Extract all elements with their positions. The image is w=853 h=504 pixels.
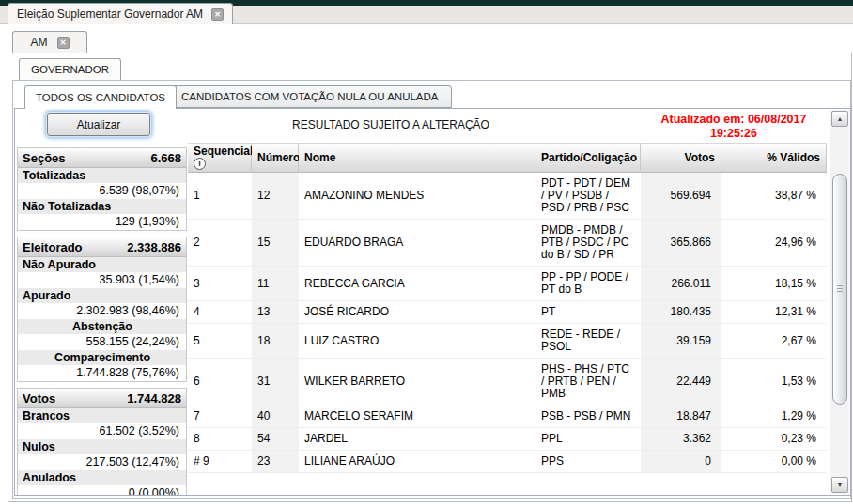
tab-eleicao-suplementar[interactable]: Eleição Suplementar Governador AM ✕	[8, 3, 233, 24]
close-icon[interactable]: ✕	[57, 37, 70, 49]
cell-name: REBECCA GARCIA	[299, 267, 535, 301]
scroll-down-icon[interactable]: ▼	[831, 477, 848, 493]
cell-num: 23	[252, 451, 299, 473]
scroll-up-icon[interactable]: ▲	[831, 111, 848, 127]
stat-value: 129 (1,93%)	[18, 214, 186, 230]
stat-value: 1.744.828 (75,76%)	[18, 365, 186, 381]
cell-num: 11	[252, 267, 299, 301]
header-sequencial[interactable]: Sequencial i	[188, 143, 252, 173]
cell-seq: 8	[188, 428, 252, 451]
cell-pct: 0,00 %	[721, 451, 827, 473]
stat-value: 2.302.983 (98,46%)	[18, 303, 186, 319]
header-partido[interactable]: Partido/Coligação	[535, 143, 641, 173]
cell-votes: 18.847	[641, 405, 721, 428]
cell-num: 15	[252, 220, 299, 267]
cell-num: 18	[252, 324, 299, 359]
cell-party: REDE - REDE / PSOL	[535, 324, 641, 359]
cell-name: AMAZONINO MENDES	[299, 173, 535, 220]
cell-seq: # 9	[188, 451, 252, 473]
candidates-table: Sequencial i Número Nome Partido/Coligaç…	[188, 143, 827, 473]
cell-num: 54	[252, 428, 299, 451]
refresh-button[interactable]: Atualizar	[47, 113, 150, 136]
cell-votes: 39.159	[641, 324, 721, 359]
scrollbar-thumb[interactable]	[832, 174, 847, 405]
vertical-scrollbar[interactable]: ▲ ▼	[830, 110, 849, 494]
table-row[interactable]: 1 12 AMAZONINO MENDES PDT - PDT / DEM / …	[188, 173, 827, 220]
cell-votes: 22.449	[641, 359, 721, 405]
header-label: Sequencial	[194, 145, 253, 157]
stat-value: 0 (0,00%)	[18, 485, 186, 495]
header-label: Número	[257, 152, 300, 163]
cell-name: MARCELO SERAFIM	[299, 405, 535, 428]
cell-name: WILKER BARRETO	[299, 359, 535, 405]
table-row[interactable]: 7 40 MARCELO SERAFIM PSB - PSB / PMN 18.…	[188, 405, 827, 428]
cell-party: PPS	[535, 451, 641, 473]
cell-votes: 0	[641, 451, 721, 473]
group-title: Votos	[23, 391, 55, 405]
stat-value: 217.503 (12,47%)	[18, 454, 186, 470]
result-notice-text: RESULTADO SUJEITO A ALTERAÇÃO	[203, 118, 579, 131]
summary-sidebar: Seções 6.668 Totalizadas 6.539 (98,07%) …	[17, 147, 187, 495]
cell-name: JOSÉ RICARDO	[299, 301, 535, 324]
close-icon[interactable]: ✕	[211, 8, 224, 21]
header-votos[interactable]: Votos	[641, 143, 721, 173]
header-numero[interactable]: Número	[252, 143, 299, 173]
cell-name: LUIZ CASTRO	[299, 324, 535, 359]
stat-value: 6.539 (98,07%)	[18, 183, 186, 199]
cell-num: 13	[252, 301, 299, 324]
table-row[interactable]: 4 13 JOSÉ RICARDO PT 180.435 12,31 %	[188, 301, 827, 324]
cell-pct: 2,67 %	[721, 324, 827, 359]
stat-value: 61.502 (3,52%)	[18, 423, 186, 439]
group-total: 2.338.886	[127, 240, 181, 254]
info-icon[interactable]: i	[194, 158, 206, 170]
table-row[interactable]: # 9 23 LILIANE ARAÚJO PPS 0 0,00 %	[188, 451, 827, 473]
table-row[interactable]: 3 11 REBECCA GARCIA PP - PP / PODE / PT …	[188, 267, 827, 301]
cell-party: PP - PP / PODE / PT do B	[535, 267, 641, 301]
table-row[interactable]: 5 18 LUIZ CASTRO REDE - REDE / PSOL 39.1…	[188, 324, 827, 359]
cell-pct: 1,53 %	[721, 359, 827, 405]
tab-all-candidates[interactable]: TODOS OS CANDIDATOS	[24, 85, 177, 109]
table-header-row: Sequencial i Número Nome Partido/Coligaç…	[188, 143, 827, 173]
cell-pct: 0,23 %	[721, 428, 827, 451]
header-validos[interactable]: % Válidos	[721, 143, 827, 173]
group-total: 6.668	[150, 151, 181, 165]
stat-label: Comparecimento	[18, 350, 186, 365]
stat-label: Apurado	[18, 288, 186, 303]
table-row[interactable]: 8 54 JARDEL PPL 3.362 0,23 %	[188, 428, 827, 451]
stat-value: 558.155 (24,24%)	[18, 334, 186, 350]
cell-party: PMDB - PMDB / PTB / PSDC / PC do B / SD …	[535, 220, 641, 267]
cell-num: 40	[252, 405, 299, 428]
cell-seq: 2	[188, 220, 252, 267]
cell-votes: 569.694	[641, 173, 721, 220]
header-label: Nome	[304, 152, 335, 163]
cell-party: PT	[535, 301, 641, 324]
updated-timestamp: Atualizado em: 06/08/2017 19:25:26	[642, 113, 826, 141]
tab-governador-label: GOVERNADOR	[31, 64, 109, 75]
electorate-header: Eleitorado 2.338.886	[18, 237, 186, 257]
votes-header: Votos 1.744.828	[18, 389, 186, 408]
cell-pct: 18,15 %	[721, 267, 827, 301]
cell-votes: 180.435	[641, 301, 721, 324]
cell-name: LILIANE ARAÚJO	[299, 451, 535, 473]
tab-nulled-candidates[interactable]: CANDIDATOS COM VOTAÇÃO NULA OU ANULADA	[168, 85, 452, 108]
header-nome[interactable]: Nome	[299, 143, 535, 173]
table-row[interactable]: 6 31 WILKER BARRETO PHS - PHS / PTC / PR…	[188, 359, 827, 405]
header-label: % Válidos	[767, 152, 820, 163]
tab-governador[interactable]: GOVERNADOR	[19, 58, 121, 80]
updated-time: 19:25:26	[642, 127, 826, 141]
stat-label: Abstenção	[18, 319, 186, 334]
app-window: Eleição Suplementar Governador AM ✕ AM ✕…	[0, 0, 853, 504]
cell-num: 12	[252, 173, 299, 220]
tab-nulled-label: CANDIDATOS COM VOTAÇÃO NULA OU ANULADA	[181, 91, 439, 102]
header-label: Partido/Coligação	[541, 152, 637, 163]
stat-value: 35.903 (1,54%)	[18, 272, 186, 288]
table-row[interactable]: 2 15 EDUARDO BRAGA PMDB - PMDB / PTB / P…	[188, 220, 827, 267]
updated-date: Atualizado em: 06/08/2017	[642, 113, 826, 127]
group-title: Seções	[23, 151, 66, 165]
cell-pct: 24,96 %	[721, 220, 827, 267]
cell-seq: 6	[188, 359, 252, 405]
results-panel: Atualizar RESULTADO SUJEITO A ALTERAÇÃO …	[14, 108, 851, 496]
tab-eleicao-label: Eleição Suplementar Governador AM	[17, 8, 203, 21]
tab-state-am[interactable]: AM ✕	[12, 31, 87, 53]
stat-label: Não Apurado	[18, 257, 186, 272]
